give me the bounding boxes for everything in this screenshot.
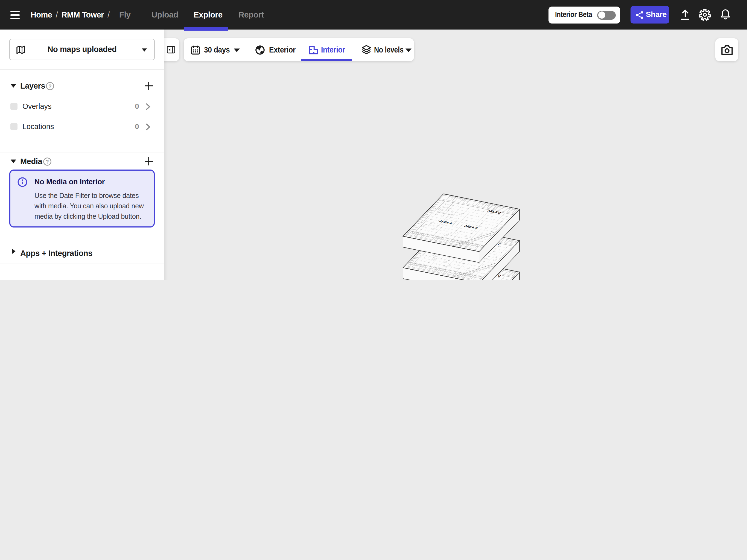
svg-text:?: ?: [48, 83, 52, 89]
svg-text:?: ?: [46, 159, 49, 164]
